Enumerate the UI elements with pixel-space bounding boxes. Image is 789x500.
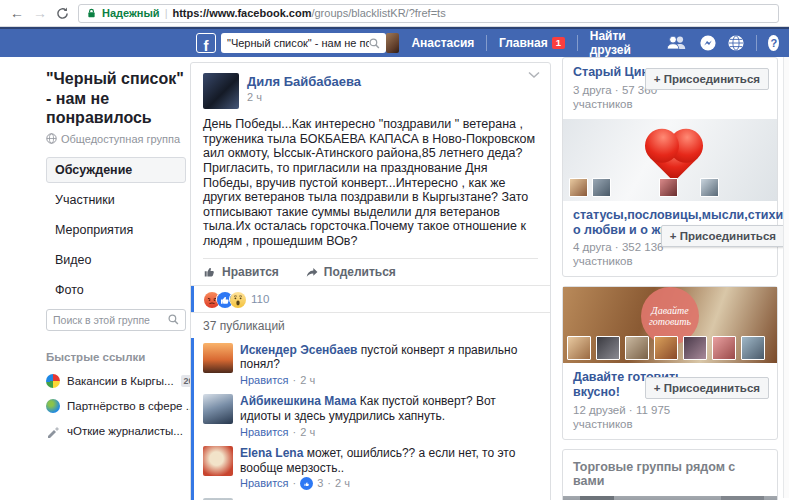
search-icon[interactable] bbox=[369, 38, 380, 49]
header-search-box bbox=[221, 33, 386, 53]
pie-chart-icon bbox=[46, 374, 60, 388]
group-nav: Обсуждение Участники Мероприятия Видео Ф… bbox=[46, 157, 186, 303]
help-icon[interactable]: ? bbox=[768, 35, 779, 51]
notifications-globe-icon[interactable] bbox=[728, 35, 744, 51]
member-avatar[interactable] bbox=[712, 336, 736, 360]
post-timestamp[interactable]: 2 ч bbox=[247, 91, 361, 103]
comment-like-link[interactable]: Нравится bbox=[240, 426, 289, 439]
reactions-count[interactable]: 110 bbox=[251, 293, 269, 305]
member-avatar[interactable] bbox=[596, 336, 620, 360]
comment-row: Elena Lena может, ошиблись?? а если нет,… bbox=[191, 443, 550, 495]
post-card: Диля Байбабаева 2 ч День Победы...Как ин… bbox=[190, 62, 551, 500]
security-label: Надежный bbox=[102, 7, 160, 19]
url-host: https://www.facebook.com bbox=[172, 7, 311, 19]
nav-item-photos[interactable]: Фото bbox=[46, 277, 186, 303]
member-avatar[interactable] bbox=[567, 336, 591, 360]
header-search-input[interactable] bbox=[227, 37, 369, 49]
commenter-name[interactable]: Айбикешкина Мама bbox=[240, 394, 356, 408]
group-privacy-label: Общедоступная группа bbox=[61, 133, 180, 145]
quick-link-partnership[interactable]: Партнёрство в сфере ... bbox=[46, 399, 186, 413]
marketplace-title: Торговые группы рядом с вами bbox=[563, 450, 777, 496]
commenter-name[interactable]: Elena Lena bbox=[240, 446, 303, 460]
facebook-logo[interactable]: f bbox=[196, 33, 216, 53]
group-title[interactable]: "Черный список" - нам не понравилось bbox=[46, 69, 186, 128]
like-badge-icon[interactable] bbox=[300, 477, 313, 490]
comment-like-link[interactable]: Нравится bbox=[240, 477, 289, 490]
header-divider bbox=[756, 35, 757, 51]
commenter-avatar[interactable] bbox=[203, 343, 233, 373]
comment-row: Гульнара Асанова Ну и сволочи Нравится·2… bbox=[191, 495, 550, 500]
marketplace-image[interactable] bbox=[563, 496, 777, 500]
browser-toolbar: ← → Надежный | https://www.facebook.com/… bbox=[0, 0, 789, 27]
reload-icon[interactable] bbox=[56, 7, 69, 20]
nav-item-discussion[interactable]: Обсуждение bbox=[46, 157, 186, 183]
nav-item-events[interactable]: Мероприятия bbox=[46, 217, 186, 243]
group-search-input[interactable] bbox=[53, 314, 168, 326]
comment-row: Айбикешкина Мама Как пустой конверт? Вот… bbox=[191, 391, 550, 443]
share-button[interactable]: Поделиться bbox=[305, 265, 396, 279]
back-icon[interactable]: ← bbox=[10, 6, 24, 20]
header-divider bbox=[486, 35, 487, 51]
commenter-name[interactable]: Искендер Эсенбаев bbox=[240, 343, 357, 357]
commenter-avatar[interactable] bbox=[203, 394, 233, 424]
messenger-icon[interactable] bbox=[700, 35, 716, 51]
member-avatar[interactable] bbox=[741, 336, 765, 360]
reactions-bar: 110 bbox=[191, 285, 550, 312]
suggested-groups-card: Старый Циник 3 друга · 57 360 участников… bbox=[562, 57, 778, 277]
lock-icon bbox=[86, 7, 97, 19]
user-avatar[interactable] bbox=[386, 33, 399, 53]
nav-item-videos[interactable]: Видео bbox=[46, 247, 186, 273]
url-path: /groups/blacklistKR/?fref=ts bbox=[311, 7, 445, 19]
find-friends-link[interactable]: Найти друзей bbox=[590, 29, 644, 57]
suggested-group-meta: 12 друзей · 11 975 участников bbox=[573, 403, 685, 431]
search-icon[interactable] bbox=[168, 314, 179, 325]
post-author-avatar[interactable] bbox=[203, 73, 239, 109]
join-group-button[interactable]: + Присоединиться bbox=[661, 225, 785, 247]
like-button[interactable]: Нравится bbox=[203, 265, 279, 279]
friend-requests-icon[interactable] bbox=[666, 36, 688, 50]
quick-links-title: Быстрые ссылки bbox=[46, 351, 186, 363]
suggested-groups-card: Давайте готовить Давайте готовить вкусно… bbox=[562, 286, 778, 440]
group-search-box bbox=[46, 309, 186, 331]
comment-time[interactable]: 2 ч bbox=[300, 426, 315, 439]
comment-like-count[interactable]: 3 bbox=[317, 477, 323, 490]
wow-reaction-icon[interactable] bbox=[229, 291, 245, 307]
post-action-bar: Нравится Поделиться bbox=[203, 258, 538, 285]
page-scrollbar[interactable] bbox=[783, 57, 789, 498]
home-link[interactable]: Главная1 bbox=[499, 36, 565, 50]
quick-link-journalists[interactable]: чОткие журналисты... 1 bbox=[46, 424, 186, 438]
quick-link-vacancies[interactable]: Вакансии в Кыргы... 20+ bbox=[46, 374, 186, 388]
address-bar[interactable]: Надежный | https://www.facebook.com/grou… bbox=[78, 4, 779, 23]
comments-list: Искендер Эсенбаев пустой конверт я прави… bbox=[191, 338, 550, 500]
member-avatar[interactable] bbox=[592, 178, 611, 197]
facebook-header: f Анастасия Главная1 Найти друзей ? bbox=[0, 27, 789, 57]
member-avatar[interactable] bbox=[683, 336, 707, 360]
comment-row: Искендер Эсенбаев пустой конверт я прави… bbox=[191, 340, 550, 392]
comment-time[interactable]: 2 ч bbox=[335, 477, 350, 490]
comment-like-link[interactable]: Нравится bbox=[240, 374, 289, 387]
publications-count: 37 публикаций bbox=[191, 312, 550, 338]
suggested-group: Старый Циник 3 друга · 57 360 участников… bbox=[563, 58, 777, 119]
join-group-button[interactable]: + Присоединиться bbox=[645, 377, 769, 399]
group-cover-image-heart[interactable] bbox=[563, 119, 777, 201]
header-divider bbox=[577, 35, 578, 51]
commenter-avatar[interactable] bbox=[203, 446, 233, 476]
heart-graphic bbox=[650, 134, 698, 182]
post-menu-chevron-icon[interactable] bbox=[528, 71, 540, 79]
nav-item-members[interactable]: Участники bbox=[46, 187, 186, 213]
member-avatar[interactable] bbox=[700, 178, 719, 197]
home-notification-badge: 1 bbox=[552, 37, 565, 49]
member-avatar[interactable] bbox=[569, 178, 588, 197]
forward-icon[interactable]: → bbox=[33, 6, 47, 20]
post-text: День Победы...Как интересно "поздравили … bbox=[191, 115, 550, 258]
group-cover-image-food[interactable]: Давайте готовить bbox=[563, 287, 777, 363]
profile-link[interactable]: Анастасия bbox=[411, 36, 474, 50]
member-avatar[interactable] bbox=[659, 178, 678, 197]
join-group-button[interactable]: + Присоединиться bbox=[645, 68, 769, 90]
comment-time[interactable]: 2 ч bbox=[300, 374, 315, 387]
post-author-name[interactable]: Диля Байбабаева bbox=[247, 74, 361, 89]
member-avatar[interactable] bbox=[625, 336, 649, 360]
page-content: "Черный список" - нам не понравилось Общ… bbox=[0, 57, 789, 498]
member-avatar[interactable] bbox=[654, 336, 678, 360]
suggested-group: Давайте готовить вкусно! 12 друзей · 11 … bbox=[563, 363, 777, 439]
